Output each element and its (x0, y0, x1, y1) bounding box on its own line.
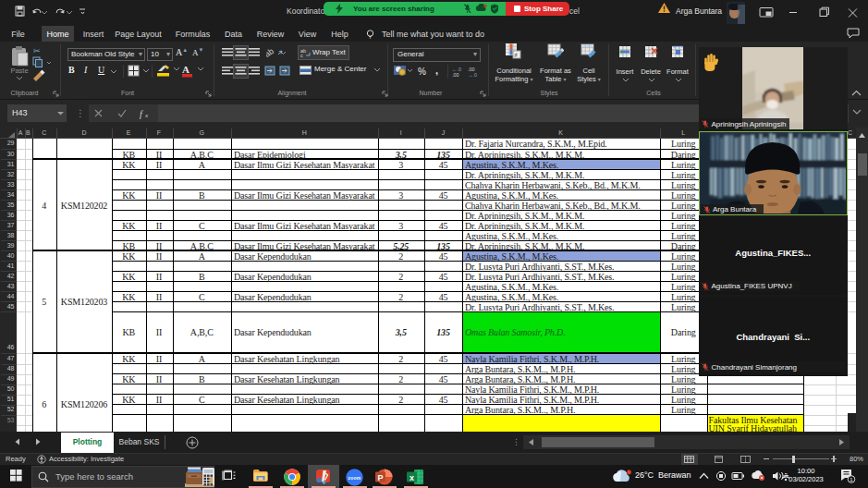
svg-text:%: % (418, 67, 426, 77)
svg-text:→.0: →.0 (468, 72, 477, 78)
svg-text:x: x (410, 473, 414, 482)
svg-text:.00: .00 (452, 72, 459, 78)
svg-text:P: P (377, 473, 383, 482)
svg-text:c: c (300, 53, 303, 58)
svg-text:f: f (140, 109, 143, 119)
svg-text:x: x (144, 112, 149, 119)
svg-text:≠: ≠ (514, 52, 518, 58)
svg-text:zoom: zoom (348, 475, 361, 481)
svg-text:✂: ✂ (33, 46, 41, 55)
svg-text:,: , (435, 65, 438, 76)
svg-text:A: A (182, 64, 189, 75)
svg-text:ab: ab (266, 46, 275, 58)
